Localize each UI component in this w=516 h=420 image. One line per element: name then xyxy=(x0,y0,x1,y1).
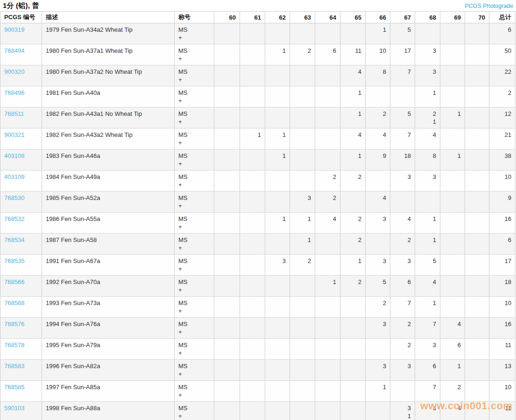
grade-65-count: 4 xyxy=(340,65,366,86)
pcgs-id-link[interactable]: 403109 xyxy=(0,171,42,192)
grade-62-count xyxy=(265,402,290,420)
grade-66-count xyxy=(366,339,390,360)
total-count: 22 xyxy=(489,65,516,86)
pcgs-id-link[interactable]: 768578 xyxy=(0,339,42,360)
grade-66-count: 3 xyxy=(366,255,390,276)
column-header-grade-69: 69 xyxy=(440,12,465,23)
pcgs-id-link[interactable]: 768511 xyxy=(0,107,42,128)
grade-67-count: 7 xyxy=(390,297,415,318)
total-count: 11 xyxy=(489,402,516,420)
pcgs-id-link[interactable]: 590103 xyxy=(0,402,42,420)
grade-62-count xyxy=(265,107,290,128)
grade-64-count xyxy=(315,339,340,360)
coin-description: 1987 Fen Sun-A58 xyxy=(42,234,175,255)
grade-61-count xyxy=(240,318,265,339)
grade-62-count xyxy=(265,234,290,255)
grade-66-count: 5 xyxy=(366,276,390,297)
pcgs-id-link[interactable]: 768496 xyxy=(0,86,42,107)
pcgs-id-link[interactable]: 768530 xyxy=(0,192,42,213)
grade-70-count xyxy=(465,171,489,192)
column-header-total: 总计 xyxy=(489,12,516,23)
grade-69-count: 4 xyxy=(440,318,465,339)
grade-61-count xyxy=(240,149,265,171)
grade-66-count xyxy=(366,171,390,192)
grade-tier-cell: MS+ xyxy=(175,213,214,234)
pcgs-id-link[interactable]: 900320 xyxy=(0,65,42,86)
grade-66-count: 3 xyxy=(366,318,390,339)
total-count: 2 xyxy=(489,86,516,107)
pcgs-id-link[interactable]: 768494 xyxy=(0,44,42,65)
grade-67-count: 7 xyxy=(390,65,415,86)
grade-68-count: 6 xyxy=(415,360,440,381)
grade-63-count: 2 xyxy=(290,255,315,276)
grade-tier-cell: MS+ xyxy=(175,381,214,402)
grade-62-count: 1 xyxy=(265,149,290,171)
pcgs-id-link[interactable]: 768535 xyxy=(0,255,42,276)
grade-70-count xyxy=(465,44,489,65)
coin-description: 1980 Fen Sun-A37a2 No Wheat Tip xyxy=(42,65,175,86)
grade-60-count xyxy=(214,360,240,381)
grade-66-count: 8 xyxy=(366,65,390,86)
grade-67-count: 5 xyxy=(390,107,415,128)
grade-70-count xyxy=(465,65,489,86)
column-header-description: 描述 xyxy=(42,12,175,23)
total-count: 10 xyxy=(489,381,516,402)
pcgs-id-link[interactable]: 768585 xyxy=(0,381,42,402)
pcgs-id-link[interactable]: 768568 xyxy=(0,297,42,318)
grade-70-count xyxy=(465,192,489,213)
grade-64-count: 1 xyxy=(315,276,340,297)
grade-64-count: 2 xyxy=(315,192,340,213)
pcgs-id-link[interactable]: 768583 xyxy=(0,360,42,381)
table-row: 403108 1983 Fen Sun-A46a MS+ 1 1 9 18 8 … xyxy=(0,149,516,171)
grade-tier-cell: MS+ xyxy=(175,276,214,297)
grade-63-count xyxy=(290,86,315,107)
total-count: 16 xyxy=(489,213,516,234)
grade-65-count: 2 xyxy=(340,213,366,234)
grade-61-count xyxy=(240,276,265,297)
grade-67-count: 2 xyxy=(390,318,415,339)
column-header-grade-70: 70 xyxy=(465,12,489,23)
grade-69-count xyxy=(440,23,465,44)
pcgs-id-link[interactable]: 900319 xyxy=(0,23,42,44)
grade-67-count xyxy=(390,192,415,213)
grade-60-count xyxy=(214,128,240,149)
grade-66-count xyxy=(366,234,390,255)
grade-70-count xyxy=(465,255,489,276)
pcgs-id-link[interactable]: 768534 xyxy=(0,234,42,255)
grade-70-count xyxy=(465,276,489,297)
grade-60-count xyxy=(214,192,240,213)
grade-tier-cell: MS+ xyxy=(175,339,214,360)
pcgs-id-link[interactable]: 768576 xyxy=(0,318,42,339)
total-count: 6 xyxy=(489,23,516,44)
grade-66-count: 2 xyxy=(366,297,390,318)
grade-63-count xyxy=(290,318,315,339)
pcgs-photograde-link[interactable]: PCGS Photograde xyxy=(465,3,513,9)
grade-tier-cell: MS+ xyxy=(175,23,214,44)
grade-69-count xyxy=(440,255,465,276)
grade-67-count xyxy=(390,381,415,402)
grade-64-count xyxy=(315,65,340,86)
pcgs-id-link[interactable]: 768566 xyxy=(0,276,42,297)
grade-64-count xyxy=(315,318,340,339)
table-row: 403109 1984 Fen Sun-A49a MS+ 2 2 3 3 10 xyxy=(0,171,516,192)
grade-63-count xyxy=(290,381,315,402)
coin-description: 1985 Fen Sun-A52a xyxy=(42,192,175,213)
grade-61-count xyxy=(240,107,265,128)
grade-61-count xyxy=(240,255,265,276)
total-count: 12 xyxy=(489,107,516,128)
grade-68-count: 4 xyxy=(415,276,440,297)
pcgs-id-link[interactable]: 768532 xyxy=(0,213,42,234)
grade-63-count xyxy=(290,276,315,297)
grade-70-count xyxy=(465,213,489,234)
grade-67-count: 17 xyxy=(390,44,415,65)
pcgs-id-link[interactable]: 900321 xyxy=(0,128,42,149)
grade-63-count xyxy=(290,107,315,128)
grade-63-count xyxy=(290,149,315,171)
pcgs-id-link[interactable]: 403108 xyxy=(0,149,42,171)
grade-62-count xyxy=(265,297,290,318)
grade-70-count xyxy=(465,149,489,171)
grade-63-count xyxy=(290,360,315,381)
grade-tier-cell: MS+ xyxy=(175,65,214,86)
coin-description: 1993 Fen Sun-A73a xyxy=(42,297,175,318)
table-row: 768566 1992 Fen Sun-A70a MS+ 1 2 5 6 4 1… xyxy=(0,276,516,297)
